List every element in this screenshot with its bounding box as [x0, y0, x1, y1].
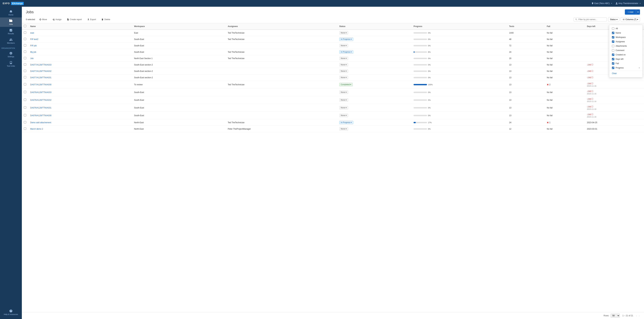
job-name-link[interactable]: east: [30, 32, 34, 34]
job-name-link[interactable]: DA076/A128/TTN/A032: [30, 99, 52, 101]
job-name-link[interactable]: DA077/A128/TTN/A030: [30, 83, 52, 86]
job-name-link[interactable]: Demo add attachement: [30, 121, 51, 124]
job-name-link[interactable]: DA076/A128/TTN/A031: [30, 107, 52, 109]
col-option-created-on[interactable]: Created on: [609, 52, 642, 57]
job-name-link[interactable]: Job: [30, 57, 34, 60]
row-checkbox[interactable]: [24, 44, 26, 46]
row-checkbox[interactable]: [24, 38, 26, 40]
export-action[interactable]: Export: [86, 18, 98, 21]
row-checkbox[interactable]: [24, 76, 26, 78]
jobs-table: Name Workspace Assignees Status Progress…: [22, 23, 644, 132]
col-checkbox-workspace[interactable]: [612, 36, 614, 38]
row-checkbox[interactable]: [24, 91, 26, 93]
col-option-workspace[interactable]: Workspace: [609, 35, 642, 39]
col-checkbox-name[interactable]: [612, 32, 614, 34]
row-checkbox[interactable]: [24, 121, 26, 123]
row-checkbox[interactable]: [24, 114, 26, 116]
row-checkbox[interactable]: [24, 50, 26, 53]
status-badge[interactable]: None ▾: [339, 56, 348, 60]
user-menu[interactable]: Amy TheAdministrator: [616, 2, 641, 4]
col-checkbox-all[interactable]: [612, 27, 614, 30]
status-badge[interactable]: None ▾: [339, 76, 348, 79]
col-checkbox-days-left[interactable]: [612, 58, 614, 60]
row-checkbox[interactable]: [24, 31, 26, 34]
table-row: DA077/A128/TTN/A030To reviewTed TheTechn…: [22, 81, 644, 88]
progress-bar-wrap: 0%: [414, 107, 505, 109]
status-badge[interactable]: In Progress ▾: [339, 37, 353, 41]
sidebar-item-help[interactable]: Help & resources: [0, 308, 22, 317]
col-option-attachments[interactable]: Attachments: [609, 44, 642, 48]
select-all-checkbox[interactable]: [24, 25, 26, 27]
columns-button[interactable]: Columns (7) ▾: [621, 17, 640, 22]
add-button[interactable]: + Add: [625, 9, 636, 14]
col-option-progress[interactable]: Progress ▾: [609, 66, 642, 70]
assign-action[interactable]: Assign: [51, 18, 63, 21]
status-badge[interactable]: None ▾: [339, 63, 348, 66]
col-checkbox-created-on[interactable]: [612, 53, 614, 56]
row-checkbox[interactable]: [24, 57, 26, 59]
status-filter-button[interactable]: Status ▾: [608, 17, 619, 22]
status-badge[interactable]: None ▾: [339, 44, 348, 47]
sidebar-item-settings[interactable]: Settings: [0, 50, 22, 59]
col-option-all[interactable]: All: [609, 26, 642, 31]
job-assignees: Ted TheTechnician: [226, 119, 337, 126]
job-assignees: Ted TheTechnician: [226, 36, 337, 42]
create-report-action[interactable]: Create report: [66, 18, 83, 21]
status-badge[interactable]: None ▾: [339, 69, 348, 73]
row-checkbox[interactable]: [24, 99, 26, 101]
row-checkbox[interactable]: [24, 63, 26, 66]
rows-select-input[interactable]: 50 10 25 100: [610, 314, 620, 318]
row-checkbox[interactable]: [24, 127, 26, 130]
job-name-link[interactable]: FIP job: [30, 44, 36, 47]
status-badge[interactable]: None ▾: [339, 114, 348, 117]
search-input[interactable]: [578, 18, 605, 21]
job-name-link[interactable]: March demo 2: [30, 128, 43, 130]
job-name-link[interactable]: My job: [30, 51, 36, 53]
next-page-button[interactable]: ›: [638, 314, 640, 317]
status-badge[interactable]: In Progress ▾: [339, 50, 353, 54]
job-name-link[interactable]: DA077/A128/TTN/A032: [30, 70, 52, 72]
progress-bar-wrap: 0%: [414, 45, 505, 47]
search-box[interactable]: [574, 17, 607, 21]
row-checkbox[interactable]: [24, 70, 26, 72]
col-option-fail[interactable]: Fail: [609, 61, 642, 66]
dropdown-divider: [609, 71, 642, 71]
sidebar-item-home[interactable]: Home: [0, 8, 22, 17]
col-option-days-left[interactable]: Days left: [609, 57, 642, 61]
sidebar-item-test-units[interactable]: Test Units: [0, 59, 22, 69]
job-tests: 13: [507, 74, 545, 81]
prev-page-button[interactable]: ‹: [636, 314, 637, 317]
columns-clear-button[interactable]: Clear: [612, 71, 617, 75]
sidebar-item-results[interactable]: Results: [0, 27, 22, 36]
col-option-name[interactable]: Name: [609, 31, 642, 35]
status-badge[interactable]: None ▾: [339, 127, 348, 131]
job-name-link[interactable]: DA077/A128/TTN/A033: [30, 64, 52, 66]
job-name-link[interactable]: DA076/A128/TTN/A030: [30, 114, 52, 117]
row-checkbox[interactable]: [24, 106, 26, 109]
workspace-selector[interactable]: East (Telco ABC): [592, 2, 613, 4]
job-name-link[interactable]: FIP test2: [30, 38, 38, 40]
row-checkbox[interactable]: [24, 83, 26, 85]
job-assignees: Ted TheTechnician: [226, 55, 337, 62]
status-badge[interactable]: In Progress ▾: [339, 121, 353, 124]
status-badge[interactable]: None ▾: [339, 31, 348, 34]
col-option-assignees[interactable]: Assignees: [609, 39, 642, 44]
sidebar-item-members[interactable]: Members: [0, 36, 22, 46]
col-checkbox-progress[interactable]: [612, 67, 614, 69]
job-name-link[interactable]: DA076/A128/TTN/A033: [30, 91, 52, 93]
status-badge[interactable]: Completed ▾: [339, 83, 353, 86]
move-action[interactable]: Move: [38, 18, 48, 21]
col-option-comment[interactable]: Comment: [609, 48, 642, 52]
col-checkbox-fail[interactable]: [612, 62, 614, 65]
col-checkbox-attachments[interactable]: [612, 45, 614, 47]
status-badge[interactable]: None ▾: [339, 106, 348, 109]
job-name-link[interactable]: DA077/A128/TTN/A031: [30, 76, 52, 79]
delete-action[interactable]: Delete: [100, 18, 112, 21]
table-row: eastEastTed TheTechnicianNone ▾0%1440No …: [22, 29, 644, 36]
status-badge[interactable]: None ▾: [339, 90, 348, 94]
status-badge[interactable]: None ▾: [339, 98, 348, 102]
col-checkbox-assignees[interactable]: [612, 40, 614, 43]
col-checkbox-comment[interactable]: [612, 49, 614, 51]
sidebar-item-jobs[interactable]: Jobs: [0, 17, 22, 27]
add-button-dropdown[interactable]: ▾: [636, 9, 640, 14]
